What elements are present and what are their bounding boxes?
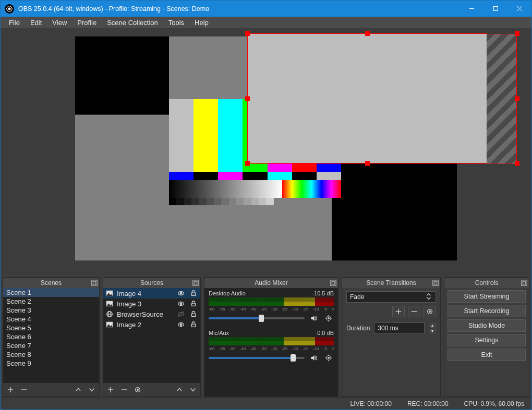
svg-marker-41 — [311, 316, 314, 321]
visibility-toggle-icon[interactable] — [176, 290, 186, 297]
resize-handle-bl[interactable] — [245, 161, 250, 166]
menu-edit[interactable]: Edit — [25, 18, 47, 28]
source-item[interactable]: Image 4 — [103, 288, 200, 299]
transition-select[interactable]: Fade — [346, 291, 436, 303]
resize-handle-ml[interactable] — [245, 96, 250, 101]
volume-meter: -60-55-50-45-40-35-30-25-20-15-10-50 — [209, 337, 334, 345]
detach-icon[interactable] — [432, 279, 438, 285]
detach-icon[interactable] — [91, 279, 97, 285]
preview-area[interactable] — [1, 28, 531, 277]
add-transition-button[interactable] — [392, 306, 405, 317]
controls-header[interactable]: Controls — [444, 278, 529, 288]
svg-point-32 — [180, 324, 182, 326]
svg-rect-11 — [193, 280, 199, 286]
sources-header[interactable]: Sources — [103, 278, 200, 288]
mixer-body: Desktop Audio-10.5 dB-60-55-50-45-40-35-… — [204, 288, 338, 396]
close-button[interactable] — [507, 1, 531, 17]
scene-item[interactable]: Scene 8 — [3, 350, 99, 359]
settings-button[interactable]: Settings — [448, 334, 526, 346]
mixer-header[interactable]: Audio Mixer — [204, 278, 338, 288]
resize-handle-tr[interactable] — [515, 31, 519, 36]
titlebar[interactable]: OBS 25.0.4 (64-bit, windows) - Profile: … — [1, 1, 531, 17]
resize-handle-br[interactable] — [515, 161, 519, 166]
menu-profile[interactable]: Profile — [72, 18, 102, 28]
maximize-button[interactable] — [483, 1, 507, 17]
studio-mode-button[interactable]: Studio Mode — [448, 319, 526, 332]
detach-icon[interactable] — [192, 279, 198, 285]
svg-rect-22 — [192, 303, 196, 306]
svg-rect-17 — [192, 293, 196, 295]
lock-toggle-icon[interactable] — [189, 290, 198, 297]
transitions-panel: Scene Transitions Fade Duration 300 ms — [342, 277, 441, 397]
transitions-header[interactable]: Scene Transitions — [342, 278, 440, 288]
duration-input[interactable]: 300 ms — [374, 322, 425, 334]
volume-meter: -60-55-50-45-40-35-30-25-20-15-10-50 — [209, 297, 334, 306]
lock-toggle-icon[interactable] — [189, 300, 198, 307]
source-item[interactable]: Image 2 — [103, 319, 200, 330]
svg-rect-56 — [434, 281, 437, 284]
svg-rect-62 — [522, 280, 527, 286]
transition-settings-button[interactable] — [424, 306, 436, 317]
source-item[interactable]: Image 3 — [103, 299, 200, 309]
source-properties-button[interactable] — [132, 384, 143, 395]
resize-handle-mr[interactable] — [515, 96, 519, 101]
duration-up-button[interactable]: ▲ — [429, 323, 436, 328]
duration-down-button[interactable]: ▼ — [429, 329, 436, 334]
add-source-button[interactable] — [105, 384, 116, 395]
gear-icon[interactable] — [323, 353, 334, 363]
scene-item[interactable]: Scene 1 — [3, 288, 99, 297]
lock-toggle-icon[interactable] — [189, 310, 198, 318]
add-scene-button[interactable] — [5, 384, 16, 395]
detach-icon[interactable] — [521, 279, 527, 285]
remove-transition-button[interactable] — [408, 306, 420, 317]
volume-slider[interactable] — [209, 317, 305, 319]
resize-handle-tm[interactable] — [365, 31, 370, 36]
scenes-header[interactable]: Scenes — [3, 278, 99, 288]
resize-handle-bm[interactable] — [365, 161, 370, 166]
detach-icon[interactable] — [330, 279, 336, 285]
statusbar: LIVE: 00:00:00 REC: 00:00:00 CPU: 0.9%, … — [1, 397, 531, 409]
svg-rect-40 — [332, 281, 334, 284]
menu-file[interactable]: File — [4, 18, 25, 28]
exit-button[interactable]: Exit — [448, 349, 526, 361]
scene-item[interactable]: Scene 4 — [3, 315, 99, 324]
scene-item[interactable]: Scene 9 — [3, 359, 99, 368]
menu-scene-collection[interactable]: Scene Collection — [102, 18, 163, 28]
visibility-toggle-icon[interactable] — [176, 300, 186, 307]
resize-handle-tl[interactable] — [245, 31, 250, 36]
scene-item[interactable]: Scene 7 — [3, 341, 99, 350]
source-down-button[interactable] — [188, 384, 198, 395]
menu-view[interactable]: View — [47, 18, 72, 28]
preview-canvas[interactable] — [75, 36, 457, 260]
minimize-button[interactable] — [460, 1, 483, 17]
remove-scene-button[interactable] — [19, 384, 29, 395]
start-recording-button[interactable]: Start Recording — [448, 305, 526, 317]
selected-source-bounds[interactable] — [247, 33, 487, 164]
volume-slider[interactable] — [209, 357, 305, 359]
svg-rect-28 — [192, 314, 196, 316]
source-up-button[interactable] — [174, 384, 185, 395]
duration-value: 300 ms — [378, 325, 398, 332]
speaker-icon[interactable] — [309, 353, 319, 363]
gear-icon[interactable] — [323, 313, 334, 324]
source-item[interactable]: BrowserSource — [103, 309, 200, 319]
visibility-toggle-icon[interactable] — [176, 310, 186, 318]
menu-tools[interactable]: Tools — [163, 18, 189, 28]
source-label: BrowserSource — [117, 310, 173, 318]
sources-panel: Sources Image 4Image 3BrowserSourceImage… — [103, 277, 201, 397]
remove-source-button[interactable] — [119, 384, 129, 395]
start-streaming-button[interactable]: Start Streaming — [448, 290, 526, 303]
svg-rect-6 — [92, 280, 98, 286]
speaker-icon[interactable] — [309, 313, 319, 324]
scene-down-button[interactable] — [87, 384, 97, 395]
scene-up-button[interactable] — [73, 384, 83, 395]
menu-help[interactable]: Help — [189, 18, 214, 28]
scene-item[interactable]: Scene 3 — [3, 306, 99, 315]
visibility-toggle-icon[interactable] — [176, 321, 186, 328]
sources-list-body[interactable]: Image 4Image 3BrowserSourceImage 2 — [103, 288, 200, 383]
lock-toggle-icon[interactable] — [189, 321, 198, 328]
scene-item[interactable]: Scene 2 — [3, 297, 99, 306]
scenes-list-body[interactable]: Scene 1Scene 2Scene 3Scene 4Scene 5Scene… — [3, 288, 99, 383]
scene-item[interactable]: Scene 6 — [3, 332, 99, 341]
scene-item[interactable]: Scene 5 — [3, 324, 99, 332]
